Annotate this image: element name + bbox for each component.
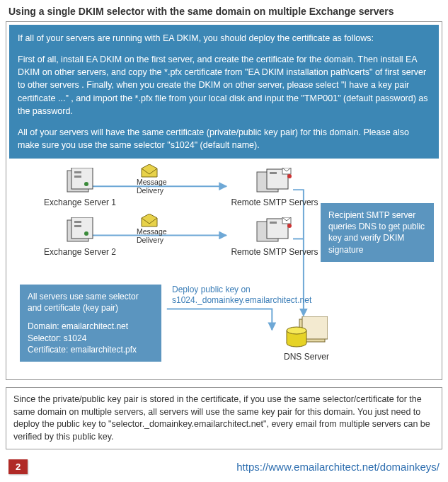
envelope-icon-2: [140, 214, 159, 228]
svg-rect-16: [270, 172, 277, 174]
exchange-2-label: Exchange Server 2: [38, 247, 122, 257]
dns-label: DNS Server: [271, 352, 342, 362]
svg-rect-4: [74, 171, 81, 173]
deploy-key-label: Deploy public key on s1024._domainkey.em…: [172, 285, 328, 306]
svg-rect-9: [71, 217, 93, 239]
smtp-2-label: Remote SMTP Servers: [229, 247, 321, 257]
info-paragraph-1: If all of your servers are running with …: [18, 32, 430, 45]
bottom-note: Since the private/public key pair is sto…: [6, 387, 442, 449]
dns-server-icon: [271, 316, 342, 350]
svg-rect-3: [71, 168, 93, 189]
info-paragraph-2: First of all, install EA DKIM on the fir…: [18, 53, 430, 117]
server-icon: [38, 168, 122, 196]
remote-smtp-1: Remote SMTP Servers: [229, 168, 321, 207]
svg-rect-11: [74, 225, 81, 227]
callout-selector-cert: All servers use same selector and certif…: [20, 285, 161, 362]
smtp-server-icon: [229, 168, 321, 196]
dns-server: DNS Server: [271, 316, 342, 362]
mail-icon: [140, 214, 159, 228]
remote-smtp-2: Remote SMTP Servers: [229, 217, 321, 257]
svg-rect-21: [270, 222, 277, 224]
svg-point-12: [84, 231, 88, 236]
main-frame: If all of your servers are running with …: [6, 21, 442, 380]
exchange-server-1: Exchange Server 1: [38, 168, 122, 207]
page-title: Using a single DKIM selector with the sa…: [6, 4, 442, 21]
diagram-area: Exchange Server 1 Message Delivery: [9, 164, 439, 377]
message-delivery-label-2: Message Delivery: [137, 228, 167, 244]
callout-selector-head: All servers use same selector and certif…: [28, 291, 154, 314]
svg-rect-5: [74, 176, 81, 178]
smtp-server-icon: [229, 217, 321, 246]
info-paragraph-3: All of your servers will have the same c…: [18, 126, 430, 151]
svg-point-6: [84, 182, 88, 186]
svg-point-18: [287, 174, 292, 178]
exchange-1-label: Exchange Server 1: [38, 197, 122, 207]
callout-recipient-text: Recipient SMTP server queries DNS to get…: [328, 210, 425, 255]
server-icon: [38, 217, 122, 246]
message-delivery-label-1: Message Delivery: [137, 178, 167, 195]
envelope-icon-1: [140, 164, 159, 178]
smtp-1-label: Remote SMTP Servers: [229, 197, 321, 207]
info-box: If all of your servers are running with …: [9, 25, 439, 159]
svg-rect-10: [74, 221, 81, 223]
svg-point-23: [287, 224, 292, 228]
callout-recipient-dns: Recipient SMTP server queries DNS to get…: [321, 203, 434, 262]
mail-icon: [140, 164, 159, 178]
callout-selector-body: Domain: emailarchitect.net Selector: s10…: [28, 321, 154, 355]
footer-url: https://www.emailarchitect.net/domainkey…: [236, 461, 440, 473]
svg-point-28: [287, 327, 306, 334]
footer: 2 https://www.emailarchitect.net/domaink…: [6, 459, 442, 474]
exchange-server-2: Exchange Server 2: [38, 217, 122, 257]
page-number-badge: 2: [8, 459, 28, 474]
